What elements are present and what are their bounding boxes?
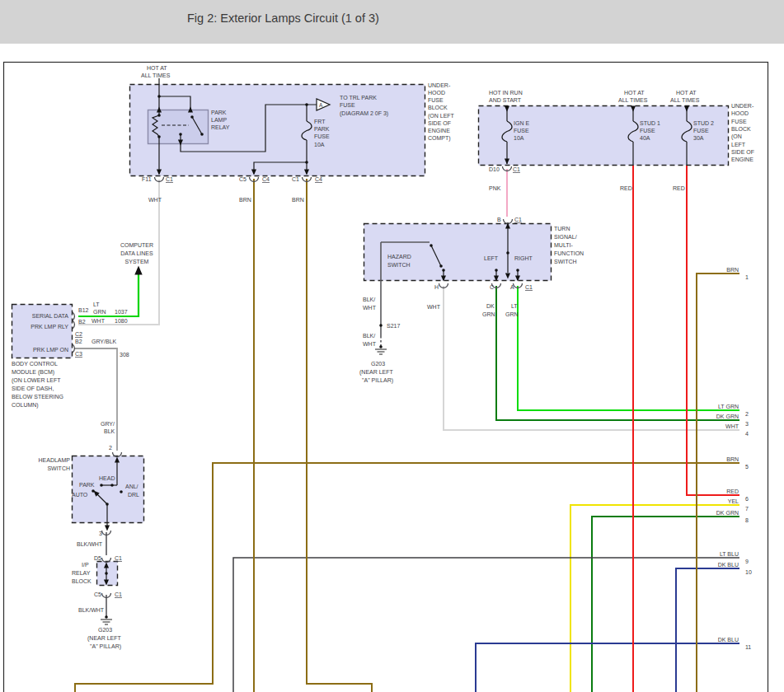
diagram-label: C — [490, 284, 494, 290]
diagram-label: SYSTEM — [125, 259, 149, 264]
diagram-label: SIDE OF — [428, 120, 451, 126]
exit-wire-number: 10 — [745, 569, 752, 575]
wire-ltgrn-exit2 — [518, 286, 739, 410]
junction-dot — [190, 115, 194, 119]
diagram-label: FUSE — [640, 128, 655, 133]
diagram-label: ALL TIMES — [670, 97, 700, 103]
exit-wire-color-label: DK BLU — [718, 637, 739, 643]
diagram-label: C1 — [292, 176, 299, 182]
diagram-label: LEFT — [731, 142, 746, 147]
diagram-label: FUSE — [340, 102, 355, 108]
wire-dkblu-exit10 — [676, 568, 739, 692]
diagram-label: 10A — [514, 135, 524, 141]
exit-wire-number: 3 — [745, 421, 749, 427]
diagram-label: C1 — [115, 591, 122, 597]
exit-wire-number: 9 — [745, 559, 749, 564]
diagram-label: AUTO — [72, 492, 88, 498]
diagram-label: HEAD — [99, 475, 115, 481]
diagram-label: C5 — [239, 176, 246, 182]
junction-dot — [157, 114, 161, 117]
diagram-label: HAZARD — [387, 254, 411, 260]
diagram-label: "A" PILLAR) — [90, 643, 121, 650]
ground-g203-hazard — [379, 345, 383, 348]
diagram-label: TO TRL PARK — [340, 95, 377, 101]
arrowhead — [105, 525, 110, 531]
junction-dot — [379, 324, 383, 327]
junction-dot — [105, 572, 108, 575]
junction-dot — [305, 161, 308, 164]
wire-brn-c1c4 — [307, 179, 372, 692]
diagram-label: 10A — [314, 142, 325, 147]
diagram-label: ENGINE — [428, 128, 450, 133]
junction-dot — [100, 484, 103, 487]
diagram-label: (NEAR LEFT — [87, 635, 122, 642]
diagram-label: 40A — [640, 135, 650, 141]
exit-wire-number: 4 — [745, 431, 749, 437]
ground-g203-ip — [105, 615, 108, 619]
diagram-label: PRK LMP ON — [33, 347, 68, 353]
diagram-label: C1 — [166, 176, 173, 182]
junction-dot — [179, 133, 182, 136]
diagram-label: BELOW STEERING — [12, 394, 63, 400]
exit-wire-color-label: BRN — [726, 267, 739, 273]
exit-wire-color-label: LT BLU — [720, 551, 739, 557]
diagram-label: C1 — [513, 166, 520, 172]
diagram-label: RELAY — [72, 570, 91, 576]
diagram-label: TURN — [554, 226, 570, 231]
exit-wire-number: 8 — [745, 517, 749, 523]
diagram-label: LEFT — [484, 255, 499, 261]
wire-yel-exit7 — [570, 505, 739, 692]
diagram-label: C1 — [115, 555, 122, 561]
diagram-label: (NEAR LEFT — [359, 369, 394, 376]
diagram-label: 30A — [693, 135, 704, 141]
diagram-label: GRN — [93, 309, 106, 315]
diagram-label: FUSE — [731, 119, 747, 124]
diagram-label: SIGNAL/ — [554, 234, 577, 240]
wire-brn-exit5 — [75, 463, 739, 692]
diagram-label: RED — [620, 185, 632, 191]
diagram-label: C4 — [262, 176, 270, 182]
diagram-label: GRN — [482, 311, 495, 317]
diagram-label: 1080 — [115, 318, 128, 324]
diagram-label: BLK/ — [363, 297, 375, 302]
diagram-label: BLK — [104, 428, 115, 434]
diagram-label: F11 — [142, 176, 152, 182]
diagram-label: SWITCH — [387, 262, 411, 268]
diagram-label: (ON LOWER LEFT — [12, 377, 61, 384]
exit-wire-color-label: LT GRN — [718, 404, 739, 409]
diagram-label: GRY/ — [101, 421, 115, 427]
diagram-label: SIDE OF — [731, 149, 754, 155]
junction-dot — [430, 244, 433, 247]
diagram-label: LT — [93, 302, 100, 307]
exit-wire-color-label: DK BLU — [718, 562, 739, 568]
exit-wire-color-label: BRN — [726, 456, 739, 462]
diagram-label: HOT AT — [624, 90, 645, 96]
diagram-label: IGN E — [514, 120, 529, 126]
diagram-label: "A" PILLAR) — [362, 377, 393, 384]
diagram-label: BODY CONTROL — [12, 361, 58, 367]
diagram-label: BRN — [292, 197, 304, 203]
exit-wire-color-label: WHT — [725, 423, 739, 429]
diagram-label: D5 — [94, 555, 101, 561]
diagram-label: D10 — [489, 166, 500, 172]
diagram-label: A — [510, 284, 514, 290]
wire-dkgrn-exit8 — [592, 517, 739, 692]
exit-wire-color-label: YEL — [728, 498, 739, 504]
diagram-label: C5 — [94, 591, 101, 597]
diagram-label: C3 — [75, 351, 82, 357]
exit-wire-color-label: RED — [726, 489, 739, 494]
exit-wire-number: 7 — [745, 506, 749, 512]
diagram-label: WHT — [92, 318, 106, 324]
diagram-label: COMPT) — [428, 135, 451, 142]
diagram-label: S217 — [387, 323, 400, 329]
diagram-label: 2 — [109, 445, 112, 451]
diagram-label: HOT AT — [147, 65, 167, 71]
diagram-label: LAMP — [211, 117, 227, 123]
exit-wire-number: 6 — [745, 496, 749, 502]
junction-dot — [157, 135, 161, 138]
junction-dot — [110, 484, 114, 487]
diagram-label: BLOCK — [72, 578, 92, 584]
diagram-label: FUSE — [693, 128, 709, 133]
diagram-label: 1037 — [115, 309, 128, 315]
junction-dot — [439, 264, 443, 268]
